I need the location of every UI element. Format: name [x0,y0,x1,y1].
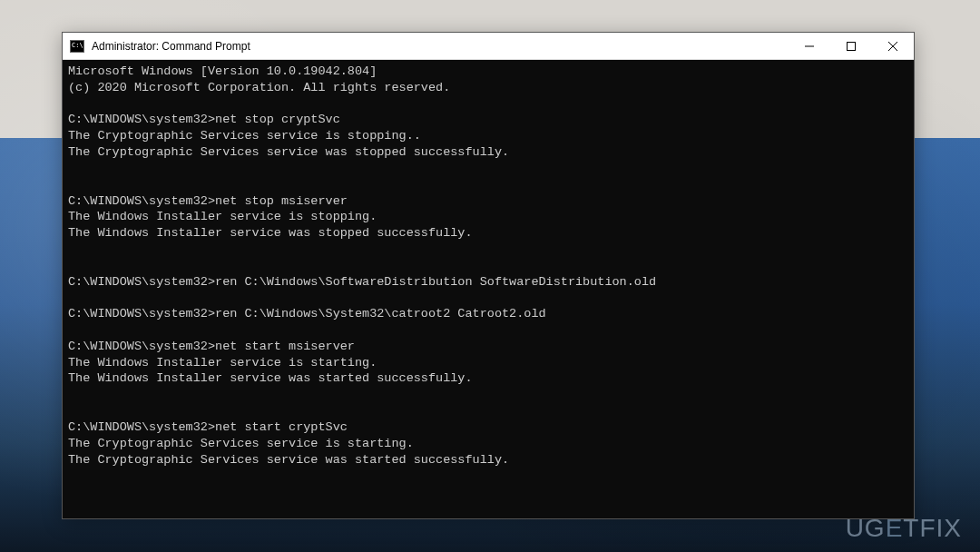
terminal-line: C:\WINDOWS\system32>net stop cryptSvc [68,112,908,128]
terminal-line [68,242,908,258]
terminal-line [68,387,908,403]
minimize-icon [805,42,814,51]
terminal-line: The Cryptographic Services service is st… [68,436,908,452]
window-controls [789,33,914,59]
terminal-line: (c) 2020 Microsoft Corporation. All righ… [68,80,908,96]
maximize-icon [847,42,856,51]
terminal-line: The Windows Installer service is startin… [68,355,908,371]
window-title: Administrator: Command Prompt [92,40,789,53]
close-icon [888,42,897,51]
watermark-prefix: UG [846,514,886,542]
terminal-line: C:\WINDOWS\system32>net start cryptSvc [68,419,908,436]
terminal-line: The Cryptographic Services service was s… [68,452,908,468]
terminal-line [68,258,908,274]
terminal-line: The Windows Installer service was stoppe… [68,225,908,242]
watermark-accent: E [886,514,904,542]
terminal-output[interactable]: Microsoft Windows [Version 10.0.19042.80… [63,60,914,518]
maximize-button[interactable] [830,33,872,59]
command-prompt-window: Administrator: Command Prompt Microsoft … [62,32,915,519]
terminal-line: C:\WINDOWS\system32>ren C:\Windows\Syste… [68,306,908,322]
terminal-line [68,96,908,113]
minimize-button[interactable] [789,33,830,59]
terminal-line: The Cryptographic Services service is st… [68,128,908,144]
terminal-line [68,468,908,484]
close-button[interactable] [872,33,914,59]
terminal-line: The Cryptographic Services service was s… [68,144,908,161]
terminal-line [68,403,908,419]
terminal-line: The Windows Installer service is stoppin… [68,209,908,225]
terminal-line: The Windows Installer service was starte… [68,370,908,387]
cmd-icon [70,40,84,53]
terminal-line: Microsoft Windows [Version 10.0.19042.80… [68,64,908,80]
terminal-line [68,177,908,193]
terminal-line [68,161,908,177]
terminal-line [68,290,908,306]
terminal-line [68,322,908,339]
terminal-line: C:\WINDOWS\system32>ren C:\Windows\Softw… [68,274,908,291]
watermark-logo: UGETFIX [846,514,962,543]
svg-rect-1 [848,42,856,50]
terminal-line [68,484,908,500]
terminal-line: C:\WINDOWS\system32>net stop msiserver [68,193,908,210]
window-titlebar[interactable]: Administrator: Command Prompt [63,33,914,60]
watermark-suffix: TFIX [903,514,962,542]
terminal-line: C:\WINDOWS\system32>net start msiserver [68,339,908,355]
